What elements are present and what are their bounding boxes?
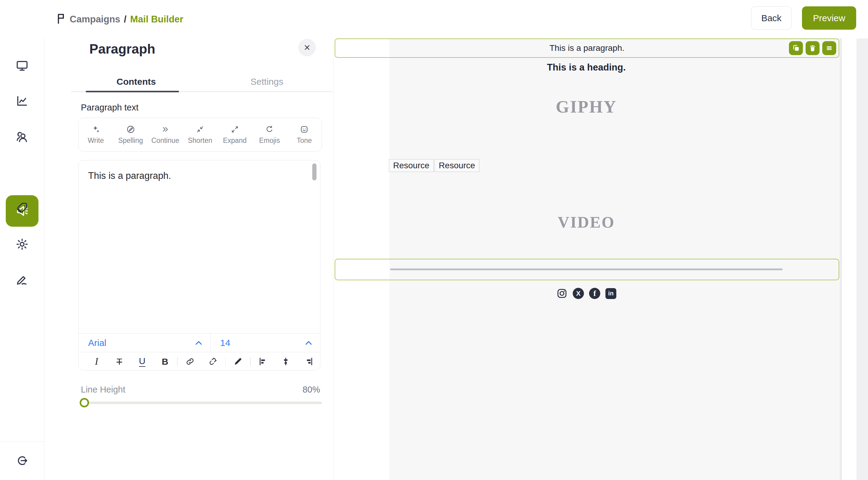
editor-scrollbar[interactable] [312,164,316,180]
block-paragraph-selected[interactable]: This is a paragraph. [335,38,839,58]
chevrons-right-icon [160,125,170,134]
x-glyph: X [576,289,581,298]
collapse-arrows-icon [195,125,205,134]
block-video-placeholder[interactable]: VIDEO [390,213,783,231]
divider-line [390,269,783,270]
format-toolbar: I T U B [79,352,320,371]
unlink-icon [208,357,217,366]
ai-tool-shorten[interactable]: Shorten [183,125,217,145]
sidebar-item-settings[interactable] [15,237,29,251]
strikethrough-button[interactable]: T [115,356,124,367]
breadcrumb-campaigns[interactable]: Campaigns [70,14,120,25]
copy-block-button[interactable] [789,41,803,55]
resource-button[interactable]: Resource [435,159,479,172]
align-left-button[interactable] [258,356,268,367]
paragraph-editor: This is a paragraph. Arial 14 [78,160,320,371]
block-heading[interactable]: This is a heading. [390,62,783,73]
font-size-value: 14 [220,338,230,348]
panel-title: Paragraph [89,41,155,57]
preview-button[interactable]: Preview [802,6,856,30]
font-controls: Arial 14 [79,333,320,352]
sidebar-item-tags[interactable] [15,201,29,215]
ai-tool-tone[interactable]: Tone [287,125,322,145]
instagram-icon[interactable] [556,288,567,299]
chevron-up-icon [195,341,202,345]
expand-arrows-icon [230,125,240,134]
ai-tool-write[interactable]: Write [79,125,113,145]
ai-tool-expand[interactable]: Expand [217,125,252,145]
link-button[interactable] [185,356,195,367]
italic-icon: I [95,356,98,367]
ai-tools-card: Write Spelling Continue S [78,118,322,151]
block-divider-selected[interactable] [335,259,839,280]
block-social-links: X f in [390,288,783,299]
line-height-slider[interactable] [81,402,322,404]
align-center-button[interactable] [281,356,290,367]
sidebar-divider [0,442,44,442]
toolbar-separator [250,357,250,366]
gear-icon [16,238,29,251]
header-actions: Back Preview [751,6,856,30]
block-menu-button[interactable] [822,41,836,55]
email-preview: This is a paragraph. [333,38,868,480]
back-button[interactable]: Back [751,6,792,30]
users-icon [16,131,29,144]
align-right-button[interactable] [304,356,313,367]
toolbar-separator [177,357,178,366]
delete-block-button[interactable] [806,41,819,55]
block-giphy-placeholder[interactable]: GIPHY [390,97,783,116]
font-family-select[interactable]: Arial [79,334,211,352]
sidebar-item-analytics[interactable] [15,94,29,108]
facebook-icon[interactable]: f [589,288,600,299]
flag-logo-icon [57,13,65,26]
close-button[interactable] [298,39,316,56]
underline-button[interactable]: U [137,356,147,367]
linkedin-glyph: in [608,290,614,297]
ai-tool-emojis[interactable]: Emojis [252,125,287,145]
font-family-value: Arial [88,338,106,348]
trash-icon [808,44,817,53]
breadcrumb-separator: / [124,14,127,25]
pen-button[interactable] [233,356,243,367]
resource-button[interactable]: Resource [389,159,434,172]
sidebar-item-signature[interactable] [15,272,29,287]
block-actions [789,41,836,55]
editor-textarea[interactable]: This is a paragraph. [88,170,305,181]
slider-thumb[interactable] [80,398,89,407]
bold-button[interactable]: B [160,356,169,367]
block-paragraph-text[interactable]: This is a paragraph. [391,39,783,57]
chart-icon [16,95,29,108]
align-center-icon [281,357,290,366]
paragraph-text-label: Paragraph text [81,103,138,112]
x-twitter-icon[interactable]: X [573,288,584,299]
font-size-select[interactable]: 14 [211,334,320,352]
ai-tool-continue[interactable]: Continue [148,125,183,145]
unlink-button[interactable] [208,356,217,367]
breadcrumb-current: Mail Builder [130,14,184,25]
refresh-icon [265,125,274,134]
monitor-icon [16,59,29,72]
sidebar-item-audience[interactable] [15,130,29,144]
ai-tool-label: Continue [151,137,179,145]
line-height-label: Line Height [81,385,125,395]
breadcrumb: Campaigns / Mail Builder [57,0,183,38]
close-icon [303,43,311,52]
tab-settings[interactable]: Settings [202,75,333,89]
paragraph-panel: Paragraph Contents Settings Paragraph te… [71,38,332,480]
italic-button[interactable]: I [92,356,101,367]
block-resources: Resource Resource [389,159,479,172]
preview-right-gutter [857,38,868,480]
ai-tool-spelling[interactable]: Spelling [113,125,148,145]
logout-icon [16,454,29,467]
ai-tool-label: Shorten [188,137,212,145]
ai-tool-label: Spelling [118,137,143,145]
menu-icon [825,44,834,53]
sidebar-item-monitor[interactable] [15,59,29,73]
ai-tool-label: Write [88,137,104,145]
preview-scrollbar[interactable] [840,38,842,480]
linkedin-icon[interactable]: in [606,288,616,299]
tab-contents[interactable]: Contents [71,75,202,89]
strikethrough-icon: T [117,356,122,367]
chevron-up-icon [305,341,312,345]
sidebar-item-logout[interactable] [15,453,29,468]
